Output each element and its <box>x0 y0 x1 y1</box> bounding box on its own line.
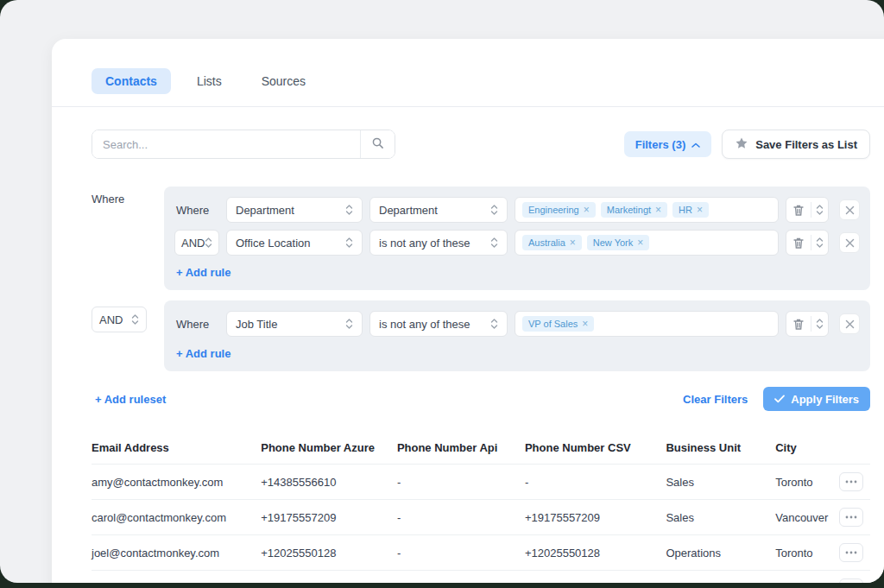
reorder-icon[interactable] <box>811 198 828 222</box>
ruleset-connector-select[interactable]: AND <box>92 307 147 332</box>
field-select[interactable]: Department <box>226 197 363 223</box>
row-menu-button[interactable] <box>839 472 863 491</box>
search-button[interactable] <box>360 130 395 158</box>
chip-label: Marketingt <box>607 205 651 215</box>
filters-button[interactable]: Filters (3) <box>624 131 712 157</box>
remove-rule-button[interactable] <box>839 232 860 253</box>
remove-rule-button[interactable] <box>839 313 860 334</box>
cell-phone-csv: - <box>525 465 666 500</box>
cell-phone-api: - <box>397 500 525 535</box>
col-header-business-unit: Business Unit <box>666 432 775 465</box>
tab-bar: Contacts Lists Sources <box>92 68 870 94</box>
value-chip: New York× <box>587 235 650 250</box>
apply-filters-button[interactable]: Apply Filters <box>763 387 870 411</box>
table-row: joel@contactmonkey.com +12025550128 - +1… <box>92 535 870 571</box>
operator-select-value: Department <box>379 204 438 217</box>
cell-phone-csv: +19175557209 <box>525 500 666 535</box>
col-header-phone-azure: Phone Number Azure <box>261 432 397 465</box>
cell-city: Calgary <box>775 571 839 584</box>
value-chip: Engineering× <box>522 202 596 218</box>
connector-value: AND <box>99 313 123 326</box>
table-row: amy@contactmonkey.com +14385556610 - - S… <box>92 465 870 500</box>
operator-select[interactable]: is not any of these <box>369 311 508 337</box>
remove-rule-button[interactable] <box>839 199 860 220</box>
star-icon <box>735 136 748 153</box>
check-icon <box>774 393 785 406</box>
app-background: Contacts Lists Sources Filters (3) <box>0 0 884 583</box>
chevron-up-icon <box>691 138 700 151</box>
cell-phone-azure: +19175557209 <box>261 500 397 535</box>
cell-business-unit: Sales <box>666 500 775 535</box>
field-select[interactable]: Office Location <box>226 230 363 256</box>
search-input[interactable] <box>92 130 360 158</box>
cell-phone-api: - <box>397 465 525 500</box>
ruleset-2-connector: AND <box>92 300 164 332</box>
add-rule-link[interactable]: + Add rule <box>176 347 230 360</box>
chip-label: New York <box>593 237 633 248</box>
stepper-icon <box>131 313 139 326</box>
col-header-city: City <box>775 432 839 465</box>
row-menu-button[interactable] <box>839 508 863 527</box>
tab-sources[interactable]: Sources <box>248 68 319 94</box>
stepper-icon <box>490 237 498 249</box>
ruleset-2: AND Where Job Title is not an <box>92 300 870 371</box>
operator-select[interactable]: is not any of these <box>369 230 508 256</box>
cell-business-unit: Operations <box>666 535 775 571</box>
rule-connector-label: Where <box>174 204 219 217</box>
chip-remove-icon[interactable]: × <box>697 205 703 215</box>
add-ruleset-link[interactable]: + Add ruleset <box>95 393 166 406</box>
rule-row: Where Job Title is not any of these VP o… <box>174 311 860 337</box>
field-select[interactable]: Job Title <box>226 311 363 337</box>
chip-label: Engineering <box>528 205 579 215</box>
add-rule-link[interactable]: + Add rule <box>176 266 230 279</box>
values-input[interactable]: Australia× New York× <box>515 230 779 256</box>
row-menu-button[interactable] <box>839 579 863 583</box>
cell-email: amy@contactmonkey.com <box>92 465 261 500</box>
rule-connector-select[interactable]: AND <box>174 230 219 256</box>
contacts-table: Email Address Phone Number Azure Phone N… <box>92 432 870 583</box>
tab-contacts[interactable]: Contacts <box>92 68 171 94</box>
save-filters-button[interactable]: Save Filters as List <box>722 130 870 159</box>
tab-lists[interactable]: Lists <box>183 68 236 94</box>
trash-icon[interactable] <box>786 198 811 222</box>
cell-business-unit: Finance <box>666 571 775 584</box>
cell-email: joel@contactmonkey.com <box>92 535 261 571</box>
chip-remove-icon[interactable]: × <box>584 205 590 215</box>
cell-city: Toronto <box>775 465 839 500</box>
ruleset-2-panel: Where Job Title is not any of these VP o… <box>164 300 870 371</box>
cell-email: carol@contactmonkey.com <box>92 500 261 535</box>
values-input[interactable]: VP of Sales× <box>515 311 779 337</box>
rule-row: Where Department Department Engineering× <box>174 197 860 223</box>
col-header-email: Email Address <box>92 432 261 465</box>
chip-remove-icon[interactable]: × <box>582 319 588 329</box>
value-chip: Marketingt× <box>601 202 667 218</box>
stepper-icon <box>345 204 353 216</box>
chip-remove-icon[interactable]: × <box>655 205 661 215</box>
chip-label: HR <box>679 205 692 215</box>
rule-actions <box>786 311 829 337</box>
field-select-value: Department <box>236 204 294 217</box>
trash-icon[interactable] <box>786 312 811 336</box>
stepper-icon <box>205 237 212 249</box>
reorder-icon[interactable] <box>811 312 828 336</box>
chip-remove-icon[interactable]: × <box>637 237 643 248</box>
toolbar: Filters (3) Save Filters as List <box>92 130 870 159</box>
col-header-menu <box>839 432 870 465</box>
chip-label: VP of Sales <box>528 319 578 329</box>
rule-actions <box>786 197 829 223</box>
trash-icon[interactable] <box>786 231 811 255</box>
table-row: carol@contactmonkey.com +19175557209 - +… <box>92 500 870 535</box>
chip-remove-icon[interactable]: × <box>570 237 576 248</box>
stepper-icon <box>345 237 353 249</box>
operator-select[interactable]: Department <box>369 197 508 223</box>
values-input[interactable]: Engineering× Marketingt× HR× <box>515 197 779 223</box>
rule-actions <box>786 230 829 256</box>
rule-connector-label: Where <box>174 318 219 331</box>
reorder-icon[interactable] <box>811 231 828 255</box>
operator-select-value: is not any of these <box>379 318 470 331</box>
chip-label: Australia <box>528 237 565 248</box>
row-menu-button[interactable] <box>839 543 863 562</box>
clear-filters-link[interactable]: Clear Filters <box>683 393 748 406</box>
cell-email: joel@contactmonkey.com <box>92 571 261 584</box>
filters-button-label: Filters (3) <box>635 138 686 151</box>
